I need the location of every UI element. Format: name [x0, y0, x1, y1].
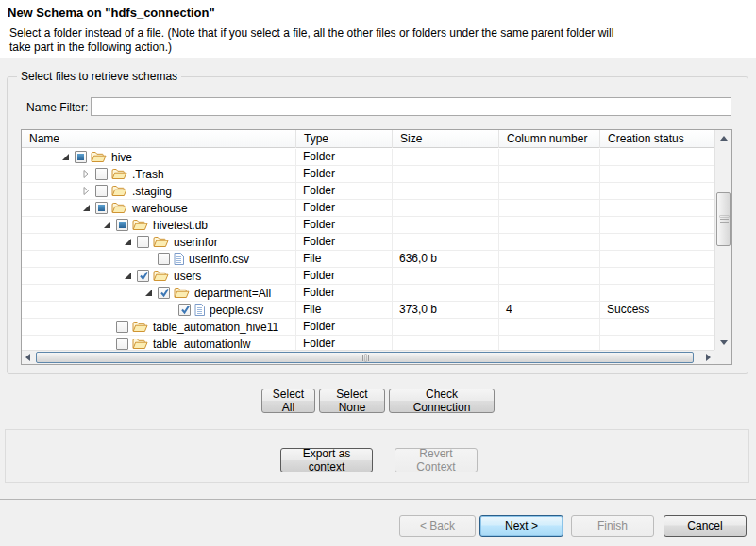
- tree-expander-icon[interactable]: [82, 202, 95, 215]
- row-column-number-cell: [499, 149, 600, 165]
- expander-spacer: [144, 253, 158, 266]
- table-body: hiveFolder.TrashFolder.stagingFolderware…: [22, 149, 714, 351]
- next-button[interactable]: Next >: [479, 515, 563, 537]
- row-type-cell: File: [296, 251, 393, 267]
- scroll-right-button[interactable]: [702, 351, 714, 364]
- row-creation-status-cell: [600, 149, 714, 165]
- table-row[interactable]: usersFolder: [22, 268, 714, 285]
- select-all-button[interactable]: Select All: [261, 389, 315, 413]
- row-checkbox[interactable]: [95, 202, 108, 214]
- tree-expander-icon[interactable]: [103, 219, 116, 232]
- folder-icon: [111, 168, 127, 180]
- tree-expander-icon[interactable]: [124, 236, 137, 249]
- row-checkbox[interactable]: [75, 151, 87, 163]
- column-header-column-number[interactable]: Column number: [499, 130, 600, 148]
- scrollbar-corner: [714, 350, 731, 364]
- row-column-number-cell: [499, 268, 600, 284]
- row-checkbox[interactable]: [116, 338, 128, 350]
- horizontal-scrollbar[interactable]: [22, 350, 714, 364]
- row-checkbox[interactable]: [95, 168, 108, 180]
- row-checkbox[interactable]: [137, 270, 149, 282]
- table-row[interactable]: hiveFolder: [22, 149, 714, 166]
- tree-name-cell: department=All: [22, 285, 296, 301]
- row-size-cell: [393, 285, 499, 301]
- tree-name-cell: warehouse: [22, 200, 296, 216]
- table-row[interactable]: table_automationlwFolder: [22, 336, 714, 351]
- row-type-cell: Folder: [296, 149, 393, 165]
- table-row[interactable]: userinfo.csvFile636,0 b: [22, 251, 714, 268]
- scroll-left-button[interactable]: [22, 351, 34, 364]
- tree-name-cell: table_automationlw: [22, 336, 296, 351]
- table-row[interactable]: people.csvFile373,0 b4Success: [22, 302, 714, 319]
- thumb-grip-icon: [720, 216, 729, 217]
- row-name-label: warehouse: [132, 201, 188, 216]
- column-header-type[interactable]: Type: [296, 130, 393, 148]
- tree-expander-icon[interactable]: [82, 168, 95, 181]
- tree-expander-icon[interactable]: [144, 287, 158, 300]
- table-row[interactable]: userinforFolder: [22, 234, 714, 251]
- row-type-cell: Folder: [296, 268, 393, 284]
- scroll-down-button[interactable]: [715, 335, 731, 350]
- expander-spacer: [103, 338, 116, 351]
- wizard-header: New Schema on "hdfs_connection" Select a…: [0, 0, 756, 58]
- table-row[interactable]: .TrashFolder: [22, 166, 714, 183]
- row-column-number-cell: [499, 217, 600, 233]
- table-row[interactable]: department=AllFolder: [22, 285, 714, 302]
- row-checkbox[interactable]: [158, 253, 170, 265]
- row-size-cell: [393, 217, 499, 233]
- file-icon: [194, 304, 205, 316]
- description-line-2: take part in the following action.): [9, 41, 613, 55]
- table-row[interactable]: table_automation_hive11Folder: [22, 319, 714, 336]
- row-type-cell: Folder: [296, 319, 393, 335]
- tree-name-cell: hive: [22, 149, 296, 165]
- row-creation-status-cell: [600, 319, 714, 335]
- schema-files-table: Name Type Size Column number Creation st…: [21, 129, 732, 365]
- row-type-cell: Folder: [296, 336, 393, 351]
- tree-expander-icon[interactable]: [61, 151, 75, 164]
- column-header-name[interactable]: Name: [22, 130, 296, 148]
- select-none-button[interactable]: Select None: [319, 389, 385, 413]
- row-size-cell: [393, 200, 499, 216]
- tree-name-cell: userinfor: [22, 234, 296, 250]
- row-column-number-cell: [499, 336, 600, 351]
- row-type-cell: Folder: [296, 183, 393, 199]
- footer-separator: [0, 499, 756, 500]
- row-creation-status-cell: [600, 166, 714, 182]
- row-name-label: .staging: [132, 184, 172, 199]
- row-type-cell: Folder: [296, 200, 393, 216]
- row-column-number-cell: [499, 166, 600, 182]
- tree-name-cell: .Trash: [22, 166, 296, 182]
- scroll-up-button[interactable]: [715, 130, 731, 145]
- row-column-number-cell: [499, 251, 600, 267]
- table-row[interactable]: .stagingFolder: [22, 183, 714, 200]
- export-as-context-button[interactable]: Export as context: [280, 448, 373, 472]
- tree-expander-icon[interactable]: [82, 185, 95, 198]
- check-connection-button[interactable]: Check Connection: [389, 389, 495, 413]
- row-creation-status-cell: Success: [600, 302, 714, 318]
- cancel-button[interactable]: Cancel: [664, 515, 747, 537]
- row-creation-status-cell: [600, 268, 714, 284]
- row-checkbox[interactable]: [95, 185, 108, 197]
- row-checkbox[interactable]: [116, 321, 128, 333]
- vertical-scrollbar-thumb[interactable]: [716, 192, 731, 246]
- tree-expander-icon[interactable]: [124, 270, 137, 283]
- horizontal-scrollbar-thumb[interactable]: [36, 352, 694, 363]
- row-size-cell: 373,0 b: [393, 302, 499, 318]
- folder-icon: [153, 270, 169, 282]
- row-checkbox[interactable]: [116, 219, 128, 231]
- vertical-scrollbar[interactable]: [714, 130, 731, 350]
- folder-icon: [91, 151, 107, 163]
- row-column-number-cell: [499, 200, 600, 216]
- row-checkbox[interactable]: [178, 304, 191, 316]
- row-checkbox[interactable]: [158, 287, 170, 299]
- column-header-size[interactable]: Size: [393, 130, 499, 148]
- table-row[interactable]: hivetest.dbFolder: [22, 217, 714, 234]
- row-type-cell: Folder: [296, 285, 393, 301]
- name-filter-input[interactable]: [91, 97, 731, 116]
- tree-name-cell: userinfo.csv: [22, 251, 296, 267]
- folder-icon: [111, 185, 127, 197]
- row-name-label: hivetest.db: [153, 218, 208, 233]
- table-row[interactable]: warehouseFolder: [22, 200, 714, 217]
- row-checkbox[interactable]: [137, 236, 149, 248]
- column-header-creation-status[interactable]: Creation status: [600, 130, 714, 148]
